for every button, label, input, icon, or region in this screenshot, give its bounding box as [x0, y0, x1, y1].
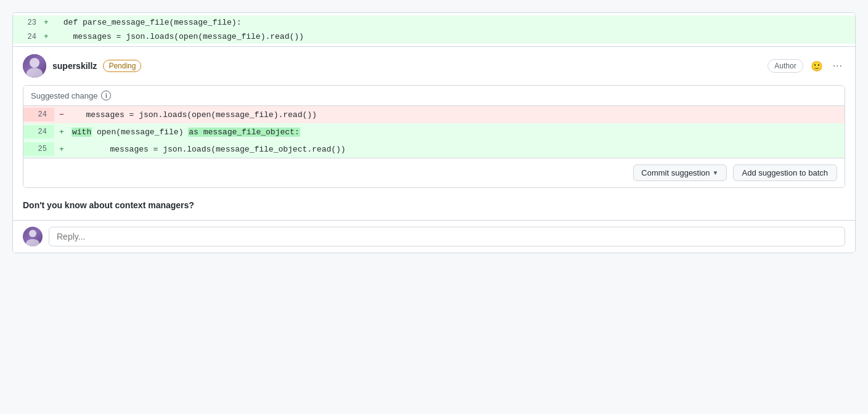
- diff-line-23: 23 + def parse_message_file(message_file…: [13, 15, 855, 30]
- diff-line-24: 24 + messages = json.loads(open(message_…: [13, 30, 855, 44]
- sugg-line-sign-removed: −: [54, 110, 69, 120]
- diff-line-sign-23: +: [44, 18, 56, 27]
- suggestion-actions: Commit suggestion ▼ Add suggestion to ba…: [23, 158, 845, 187]
- suggestion-diff: 24 − messages = json.loads(open(message_…: [23, 106, 845, 158]
- suggestion-block: Suggested change i 24 − messages = json.…: [23, 85, 845, 188]
- pending-badge: Pending: [103, 60, 141, 72]
- comment-card: superskillz Pending Author 🙂 ··· Suggest…: [13, 46, 855, 253]
- diff-line-code-23: def parse_message_file(message_file):: [56, 17, 855, 28]
- commit-dropdown-arrow: ▼: [713, 169, 719, 176]
- suggestion-label: Suggested change: [31, 91, 97, 100]
- sugg-line-sign-added-24: +: [54, 128, 69, 137]
- sugg-line-sign-added-25: +: [54, 145, 69, 154]
- sugg-line-code-added-24: with open(message_file) as message_file_…: [69, 125, 845, 139]
- author-badge: Author: [768, 59, 803, 73]
- reply-input[interactable]: [49, 227, 845, 246]
- info-icon: i: [101, 91, 111, 100]
- sugg-line-code-removed: messages = json.loads(open(message_file)…: [69, 108, 845, 122]
- sugg-line-code-added-25: messages = json.loads(message_file_objec…: [69, 142, 845, 156]
- reply-avatar: [23, 227, 43, 246]
- avatar-image: [23, 54, 46, 78]
- sugg-removed-line-24: 24 − messages = json.loads(open(message_…: [23, 106, 845, 123]
- comment-header: superskillz Pending Author 🙂 ···: [13, 47, 855, 85]
- sugg-line-num-added-25: 25: [23, 142, 54, 156]
- emoji-button[interactable]: 🙂: [808, 57, 825, 75]
- diff-line-num-24: 24: [13, 33, 44, 41]
- diff-section: 23 + def parse_message_file(message_file…: [13, 13, 855, 46]
- suggestion-header: Suggested change i: [23, 86, 845, 106]
- diff-line-sign-24: +: [44, 32, 56, 41]
- comment-body: Don't you know about context managers?: [13, 195, 855, 220]
- commit-suggestion-label: Commit suggestion: [641, 168, 710, 177]
- username: superskillz: [52, 61, 97, 71]
- sugg-added-line-24: 24 + with open(message_file) as message_…: [23, 123, 845, 140]
- avatar: [23, 54, 46, 78]
- sugg-line-num-removed-24: 24: [23, 108, 54, 121]
- more-options-button[interactable]: ···: [830, 59, 845, 73]
- add-to-batch-button[interactable]: Add suggestion to batch: [733, 164, 838, 181]
- main-container: 23 + def parse_message_file(message_file…: [12, 12, 856, 253]
- diff-line-code-24: messages = json.loads(open(message_file)…: [56, 31, 855, 43]
- commit-suggestion-button[interactable]: Commit suggestion ▼: [633, 164, 726, 181]
- diff-line-num-23: 23: [13, 18, 44, 27]
- reply-section: [13, 220, 855, 253]
- sugg-line-num-added-24: 24: [23, 125, 54, 139]
- comment-header-right: Author 🙂 ···: [768, 57, 845, 75]
- highlight-with: with: [72, 128, 92, 137]
- highlight-as: as message_file_object:: [188, 128, 300, 137]
- sugg-added-line-25: 25 + messages = json.loads(message_file_…: [23, 140, 845, 158]
